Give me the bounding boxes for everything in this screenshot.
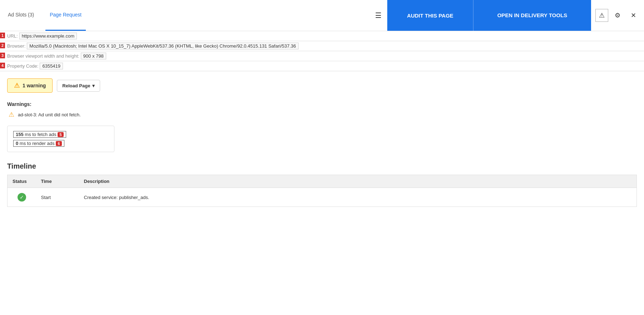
timeline-row: ✓ Start Created service: publisher_ads.: [8, 188, 637, 207]
warning-badge: ⚠ 1 warning: [7, 78, 53, 93]
info-row: 4 Property Code: 6355419: [0, 61, 644, 71]
fetch-badge: 5: [58, 132, 63, 137]
warning-item-text: ad-slot-3: Ad unit did not fetch.: [18, 112, 81, 117]
warning-bar: ⚠ 1 warning Reload Page ▾: [7, 78, 637, 93]
render-stat-row: 0 ms to render ads6: [13, 140, 108, 147]
fetch-stat-label: 155 ms to fetch ads5: [13, 131, 66, 138]
timeline-desc-cell: Created service: publisher_ads.: [79, 188, 637, 207]
alert-icon-button[interactable]: ⚠: [595, 9, 608, 22]
warning-icon: ⚠: [14, 82, 20, 89]
col-header-desc: Description: [79, 175, 637, 188]
reload-page-button[interactable]: Reload Page ▾: [57, 80, 100, 92]
warning-count-label: 1 warning: [23, 83, 46, 88]
header-icons: ⚠ ⚙ ✕: [591, 0, 644, 31]
warning-item: ⚠ad-slot-3: Ad unit did not fetch.: [9, 111, 637, 118]
open-in-delivery-tools-button[interactable]: OPEN IN DELIVERY TOOLS: [473, 0, 591, 31]
fetch-label: ms to fetch ads: [24, 132, 56, 137]
timeline-title: Timeline: [7, 162, 637, 170]
fetch-ms: 155: [16, 132, 24, 137]
timeline-header-row: Status Time Description: [8, 175, 637, 188]
gear-icon-button[interactable]: ⚙: [611, 9, 624, 22]
alert-icon: ⚠: [599, 11, 605, 19]
info-row: 1 URL: https://www.example.com: [0, 31, 644, 41]
col-header-status: Status: [8, 175, 36, 188]
fetch-stat-row: 155 ms to fetch ads5: [13, 131, 108, 138]
info-row: 2 Browser: Mozilla/5.0 (Macintosh; Intel…: [0, 41, 644, 51]
close-icon: ✕: [631, 11, 636, 19]
timeline-time-cell: Start: [36, 188, 79, 207]
timeline-status-cell: ✓: [8, 188, 36, 207]
render-label: ms to render ads: [18, 141, 54, 146]
tab-bar: Ad Slots (3) Page Request: [0, 0, 369, 31]
page-info-section: 1 URL: https://www.example.com 2 Browser…: [0, 31, 644, 71]
audit-this-page-button[interactable]: AUDIT THIS PAGE: [387, 0, 473, 31]
info-label: URL:: [5, 33, 19, 39]
main-content: ⚠ 1 warning Reload Page ▾ Warnings: ⚠ad-…: [0, 71, 644, 214]
timeline-table: Status Time Description ✓ Start Created …: [7, 175, 637, 207]
info-value: https://www.example.com: [19, 33, 77, 39]
stats-box: 155 ms to fetch ads5 0 ms to render ads6: [7, 126, 114, 152]
header: Ad Slots (3) Page Request ☰ AUDIT THIS P…: [0, 0, 644, 31]
close-icon-button[interactable]: ✕: [627, 9, 640, 22]
tab-page-request[interactable]: Page Request: [45, 0, 86, 31]
menu-icon[interactable]: ☰: [369, 0, 387, 31]
row-number: 4: [0, 63, 5, 68]
render-stat-label: 0 ms to render ads6: [13, 140, 64, 147]
gear-icon: ⚙: [615, 11, 620, 19]
tab-ad-slots[interactable]: Ad Slots (3): [4, 0, 38, 31]
row-number: 2: [0, 43, 5, 48]
row-number: 3: [0, 53, 5, 58]
check-icon: ✓: [18, 193, 26, 202]
warning-item-icon: ⚠: [9, 111, 14, 118]
info-value: 6355419: [40, 63, 63, 69]
warnings-section: Warnings: ⚠ad-slot-3: Ad unit did not fe…: [7, 101, 637, 118]
info-row: 3 Browser viewport width and height: 900…: [0, 51, 644, 61]
info-label: Browser viewport width and height:: [5, 53, 81, 59]
render-badge: 6: [56, 141, 62, 146]
info-label: Property Code:: [5, 63, 40, 69]
reload-label: Reload Page: [62, 83, 90, 88]
info-value: Mozilla/5.0 (Macintosh; Intel Mac OS X 1…: [27, 43, 299, 49]
reload-arrow-icon: ▾: [92, 83, 95, 88]
warnings-title: Warnings:: [7, 101, 637, 107]
row-number: 1: [0, 33, 5, 38]
info-value: 900 x 798: [81, 53, 106, 59]
col-header-time: Time: [36, 175, 79, 188]
info-label: Browser:: [5, 43, 27, 49]
